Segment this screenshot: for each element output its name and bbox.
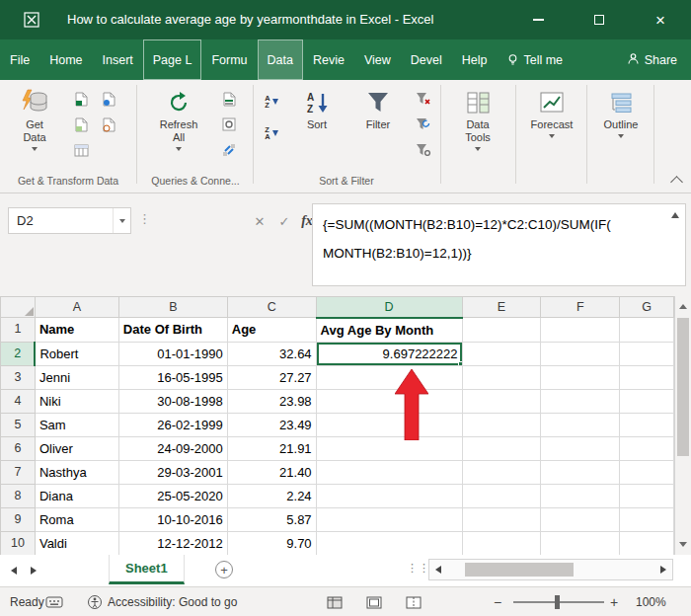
from-web-icon[interactable] bbox=[97, 88, 120, 110]
ribbon-tab-view[interactable]: View bbox=[354, 39, 401, 80]
row-header-1[interactable]: 1 bbox=[1, 318, 36, 343]
row-header-2[interactable]: 2 bbox=[1, 342, 36, 365]
collapse-ribbon-icon[interactable] bbox=[670, 176, 683, 189]
cell-D9[interactable] bbox=[316, 507, 462, 531]
zoom-out-button[interactable]: − bbox=[494, 587, 501, 616]
cell-F7[interactable] bbox=[541, 460, 620, 484]
cell-F5[interactable] bbox=[541, 413, 620, 436]
horizontal-scroll-thumb[interactable] bbox=[465, 563, 574, 577]
edit-links-icon[interactable] bbox=[217, 139, 241, 161]
cell-A6[interactable]: Oliver bbox=[35, 436, 118, 460]
previous-sheet-button[interactable] bbox=[8, 565, 20, 577]
cell-F1[interactable] bbox=[541, 318, 620, 343]
cell-F2[interactable] bbox=[541, 342, 620, 365]
cell-F6[interactable] bbox=[541, 436, 620, 460]
scroll-left-button[interactable] bbox=[429, 560, 447, 579]
cell-C5[interactable]: 23.49 bbox=[227, 413, 316, 436]
ribbon-tab-help[interactable]: Help bbox=[452, 39, 498, 80]
cell-G4[interactable] bbox=[620, 389, 674, 413]
zoom-level[interactable]: 100% bbox=[636, 587, 666, 616]
cell-E4[interactable] bbox=[462, 389, 541, 413]
cell-D7[interactable] bbox=[316, 460, 462, 484]
cell-B9[interactable]: 10-10-2016 bbox=[118, 507, 227, 531]
cell-B2[interactable]: 01-01-1990 bbox=[118, 342, 227, 365]
scroll-right-button[interactable] bbox=[654, 560, 672, 579]
normal-view-button[interactable] bbox=[322, 592, 347, 612]
cell-B10[interactable]: 12-12-2012 bbox=[118, 531, 227, 555]
col-header-F[interactable]: F bbox=[541, 297, 620, 318]
page-layout-view-button[interactable] bbox=[361, 592, 387, 612]
cell-F4[interactable] bbox=[541, 389, 620, 413]
cell-A5[interactable]: Sam bbox=[35, 413, 118, 436]
ribbon-tab-home[interactable]: Home bbox=[39, 39, 92, 80]
cell-B8[interactable]: 25-05-2020 bbox=[118, 484, 227, 507]
cell-A2[interactable]: Robert bbox=[35, 342, 118, 365]
accessibility-checker[interactable]: Accessibility: Good to go bbox=[87, 587, 237, 616]
cell-C7[interactable]: 21.40 bbox=[227, 460, 316, 484]
cell-E8[interactable] bbox=[462, 484, 541, 507]
maximize-button[interactable] bbox=[569, 0, 630, 39]
forecast-button[interactable]: Forecast bbox=[521, 86, 582, 173]
queries-connections-icon[interactable] bbox=[217, 88, 241, 110]
col-header-A[interactable]: A bbox=[35, 297, 118, 318]
cell-C8[interactable]: 2.24 bbox=[227, 484, 316, 507]
enter-button[interactable]: ✓ bbox=[273, 209, 295, 233]
cell-D5[interactable] bbox=[316, 413, 462, 436]
cell-E7[interactable] bbox=[462, 460, 541, 484]
clear-filter-icon[interactable] bbox=[411, 88, 434, 110]
col-header-G[interactable]: G bbox=[620, 297, 674, 318]
cell-E3[interactable] bbox=[462, 365, 541, 389]
cell-B5[interactable]: 26-02-1999 bbox=[118, 413, 227, 436]
ribbon-tab-insert[interactable]: Insert bbox=[93, 39, 143, 80]
sort-button[interactable]: AZ Sort bbox=[290, 86, 344, 173]
expand-formula-bar-icon[interactable] bbox=[671, 212, 679, 218]
cell-E5[interactable] bbox=[462, 413, 541, 436]
ribbon-tab-file[interactable]: File bbox=[0, 39, 39, 80]
row-header-5[interactable]: 5 bbox=[1, 413, 36, 436]
zoom-in-button[interactable]: + bbox=[610, 587, 618, 616]
cell-C4[interactable]: 23.98 bbox=[227, 389, 316, 413]
zoom-slider-thumb[interactable] bbox=[555, 595, 560, 609]
cell-C3[interactable]: 27.27 bbox=[227, 365, 316, 389]
row-header-9[interactable]: 9 bbox=[1, 507, 36, 531]
data-tools-button[interactable]: Data Tools bbox=[446, 86, 509, 173]
vertical-scroll-thumb[interactable] bbox=[677, 318, 689, 456]
cell-D8[interactable] bbox=[316, 484, 462, 507]
refresh-all-button[interactable]: Refresh All bbox=[148, 86, 209, 173]
scroll-down-button[interactable] bbox=[675, 536, 691, 553]
tell-me-box[interactable]: Tell me bbox=[497, 39, 573, 80]
formula-bar-handle[interactable]: ⋮ bbox=[138, 211, 151, 226]
cell-G6[interactable] bbox=[620, 436, 674, 460]
cell-C9[interactable]: 5.87 bbox=[227, 507, 316, 531]
new-sheet-button[interactable]: + bbox=[215, 561, 233, 578]
cell-A3[interactable]: Jenni bbox=[35, 365, 118, 389]
macro-record-icon[interactable] bbox=[45, 587, 63, 616]
col-header-B[interactable]: B bbox=[118, 297, 227, 318]
cell-G10[interactable] bbox=[620, 531, 674, 555]
col-header-D[interactable]: D bbox=[316, 297, 462, 318]
cell-G9[interactable] bbox=[620, 507, 674, 531]
name-box[interactable]: D2 bbox=[8, 207, 131, 234]
cell-E1[interactable] bbox=[462, 318, 541, 343]
close-button[interactable]: × bbox=[630, 0, 691, 39]
cell-A10[interactable]: Valdi bbox=[35, 531, 118, 555]
cell-A4[interactable]: Niki bbox=[35, 389, 118, 413]
cell-B1[interactable]: Date Of Birth bbox=[118, 318, 227, 343]
name-box-dropdown[interactable] bbox=[113, 208, 130, 233]
cell-D1[interactable]: Avg Age By Month bbox=[316, 318, 462, 343]
row-header-6[interactable]: 6 bbox=[1, 436, 36, 460]
advanced-filter-icon[interactable] bbox=[411, 139, 434, 161]
formula-input[interactable]: {=SUM((MONTH(B2:B10)=12)*C2:C10)/SUM(IF(… bbox=[312, 203, 686, 286]
row-header-10[interactable]: 10 bbox=[1, 531, 36, 555]
from-text-csv-icon[interactable] bbox=[69, 88, 93, 110]
cell-A8[interactable]: Diana bbox=[35, 484, 118, 507]
cell-E10[interactable] bbox=[462, 531, 541, 555]
page-break-view-button[interactable] bbox=[401, 592, 426, 612]
sheet-tab-sheet1[interactable]: Sheet1 bbox=[109, 555, 185, 584]
cell-G3[interactable] bbox=[620, 365, 674, 389]
sort-za-button[interactable]: ZA bbox=[259, 121, 284, 145]
cell-B7[interactable]: 29-03-2001 bbox=[118, 460, 227, 484]
next-sheet-button[interactable] bbox=[28, 565, 39, 577]
row-header-4[interactable]: 4 bbox=[1, 389, 36, 413]
existing-connections-icon[interactable] bbox=[69, 139, 93, 161]
